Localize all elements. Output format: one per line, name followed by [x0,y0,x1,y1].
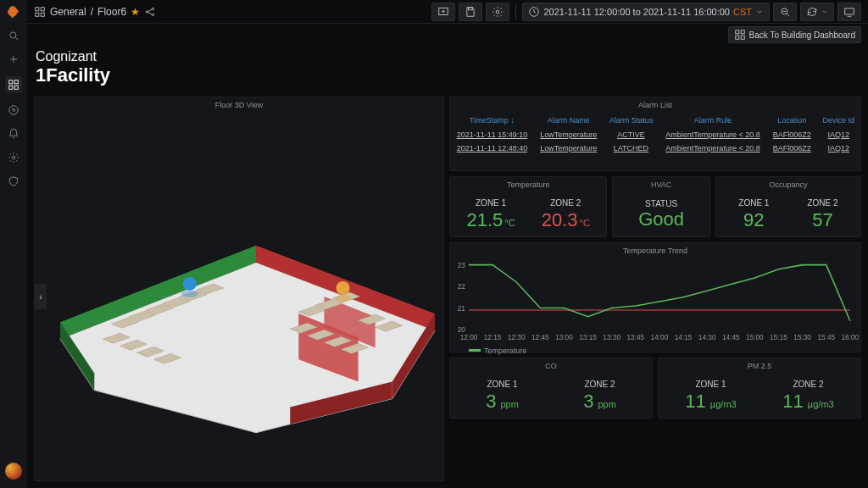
breadcrumb[interactable]: General / Floor6 ★ [34,6,156,18]
share-icon[interactable] [144,6,156,18]
search-icon[interactable] [7,29,20,42]
alarm-col-header[interactable]: Alarm Rule [659,113,767,128]
back-to-building-link[interactable]: Back To Building Dashboard [728,26,861,43]
svg-point-0 [10,32,16,38]
svg-text:13:30: 13:30 [603,334,620,341]
svg-point-25 [497,10,500,14]
svg-point-64 [181,291,198,297]
svg-rect-4 [9,80,13,84]
grid-icon [34,6,46,18]
svg-text:21: 21 [458,305,466,313]
zone-stat: ZONE 220.3°C [542,198,590,231]
hvac-status-label: STATUS [645,199,677,208]
alarm-cell[interactable]: IAQ12 [817,128,860,141]
refresh-button[interactable] [800,3,834,21]
svg-text:12:00: 12:00 [460,334,478,341]
svg-point-8 [9,106,19,115]
zone-stat: ZONE 121.5°C [467,198,515,231]
svg-text:15:00: 15:00 [746,334,764,341]
svg-text:20: 20 [458,326,466,334]
zone-stat: ZONE 23 ppm [583,380,616,413]
grafana-logo-icon[interactable] [7,5,20,19]
floor3d-canvas[interactable]: › [35,113,443,480]
svg-text:14:45: 14:45 [722,334,740,341]
svg-text:12:30: 12:30 [508,334,526,341]
svg-marker-36 [60,263,435,433]
co-panel: CO ZONE 13 ppmZONE 23 ppm [449,358,653,419]
zone-stat: ZONE 111 µg/m3 [685,380,736,413]
zone-value: 11 µg/m3 [782,391,833,413]
star-icon[interactable]: ★ [131,6,140,18]
explore-icon[interactable] [7,103,20,117]
svg-text:13:45: 13:45 [626,334,644,341]
alarm-cell[interactable]: IAQ12 [817,141,860,155]
trend-panel: Temperature Trend 2021222312:0012:1512:3… [449,242,861,352]
alarm-title: Alarm List [450,97,860,113]
svg-text:13:15: 13:15 [579,334,597,341]
alarm-cell[interactable]: LATCHED [604,141,659,155]
chevron-down-icon [821,8,828,15]
hvac-status-value: Good [638,208,684,230]
alarm-col-header[interactable]: TimeStamp ↓ [450,113,534,128]
add-panel-button[interactable] [431,3,455,21]
svg-point-18 [152,14,153,15]
svg-line-29 [787,14,789,16]
alarm-col-header[interactable]: Location [767,113,817,128]
trend-chart[interactable]: 2021222312:0012:1512:3012:4513:0013:1513… [469,260,854,343]
dashboards-icon[interactable] [5,76,22,93]
user-avatar[interactable] [5,463,22,480]
plus-icon[interactable] [7,53,20,66]
svg-point-11 [12,156,15,159]
alerting-icon[interactable] [7,127,20,141]
zone-stat: ZONE 13 ppm [486,380,519,413]
crumb-dashboard[interactable]: Floor6 [97,6,126,18]
alarm-cell[interactable]: LowTemperature [534,141,604,155]
alarm-cell[interactable]: BAFl006Z2 [767,128,817,141]
alarm-col-header[interactable]: Device Id [817,113,860,128]
svg-rect-14 [36,13,39,16]
svg-rect-32 [735,30,738,34]
alarm-col-header[interactable]: Alarm Status [604,113,659,128]
tv-mode-button[interactable] [837,3,861,21]
svg-point-16 [146,10,147,12]
save-button[interactable] [459,3,482,21]
svg-line-19 [148,9,153,11]
alarm-cell[interactable]: AmbientTemperature < 20.8 [659,128,767,141]
svg-rect-35 [741,36,744,39]
hvac-panel: HVAC STATUS Good [612,176,709,237]
timerange-picker[interactable]: 2021-11-11 12:00:00 to 2021-11-11 16:00:… [522,3,770,21]
alarm-cell[interactable]: BAFl006Z2 [767,141,817,155]
svg-point-65 [336,281,349,295]
svg-rect-13 [41,7,44,10]
svg-rect-6 [9,86,13,89]
svg-text:14:30: 14:30 [698,334,716,341]
svg-point-66 [334,295,351,302]
svg-point-63 [183,277,197,291]
svg-marker-9 [12,108,15,112]
zone-value: 57 [807,209,837,231]
svg-text:13:00: 13:00 [555,334,573,341]
pm25-panel: PM 2.5 ZONE 111 µg/m3ZONE 211 µg/m3 [658,358,861,419]
alarm-col-header[interactable]: Alarm Name [534,113,604,128]
left-siderail [0,0,27,488]
svg-text:14:00: 14:00 [651,334,669,341]
shield-icon[interactable] [7,175,20,188]
alarm-cell[interactable]: LowTemperature [534,128,604,141]
alarm-cell[interactable]: 2021-11-11 15:49:10 [450,128,534,141]
svg-rect-30 [845,8,854,14]
svg-rect-7 [14,86,18,89]
svg-line-1 [15,37,18,40]
svg-text:16:00: 16:00 [842,334,860,341]
alarm-cell[interactable]: 2021-11-11 12:48:40 [450,141,534,155]
zoom-out-button[interactable] [773,3,797,21]
alarm-cell[interactable]: ACTIVE [604,128,659,141]
svg-text:23: 23 [458,262,466,269]
zone-label: ZONE 1 [467,198,515,208]
settings-button[interactable] [486,3,509,21]
zone-value: 92 [738,209,769,231]
svg-text:15:45: 15:45 [817,334,835,341]
config-gear-icon[interactable] [7,151,20,164]
svg-text:12:15: 12:15 [484,334,502,341]
crumb-folder[interactable]: General [50,6,86,18]
alarm-cell[interactable]: AmbientTemperature < 20.8 [659,141,767,155]
